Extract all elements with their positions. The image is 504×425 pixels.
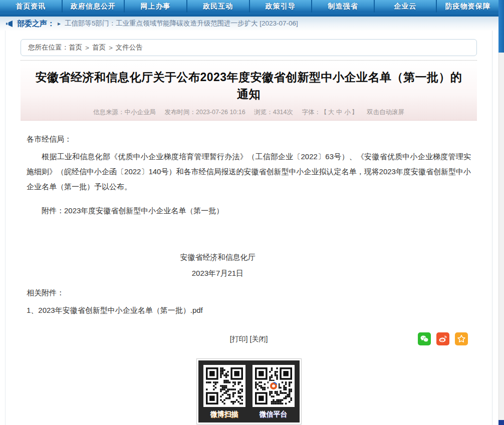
attachment-mention: 附件：2023年度安徽省创新型中小企业名单（第一批） xyxy=(27,206,471,216)
action-row: [打印] [关闭] xyxy=(21,332,477,346)
weibo-qr-column: 微博扫描 xyxy=(203,365,245,422)
speaker-icon xyxy=(6,21,13,27)
nav-item-manufacturing-province[interactable]: 制造强省 xyxy=(312,0,375,13)
meta-font-label-end: 】 xyxy=(352,109,358,116)
breadcrumb: 您所在位置： 首页 > 首页 > 文件公告 xyxy=(21,39,477,56)
nav-bottom-strip xyxy=(0,13,498,17)
wechat-qr-column: 微信平台 xyxy=(253,365,295,422)
breadcrumb-prefix: 您所在位置： xyxy=(28,43,69,52)
nav-item-online-services[interactable]: 网上办事 xyxy=(125,0,187,13)
meta-published: 发布时间：2023-07-26 10:16 xyxy=(165,109,245,116)
wechat-icon xyxy=(419,334,429,344)
nav-item-home-news[interactable]: 首页资讯 xyxy=(0,0,63,13)
close-button[interactable]: [关闭] xyxy=(250,335,268,344)
news-ticker-bar: 部委之声： ▸ 工信部等5部门：工业重点领域节能降碳改造升级范围进一步扩大 [2… xyxy=(0,17,498,31)
nav-item-public-interaction[interactable]: 政民互动 xyxy=(187,0,250,13)
weibo-qr-label: 微博扫描 xyxy=(210,410,238,419)
weibo-qr-code xyxy=(203,365,245,407)
font-size-large-button[interactable]: 大 xyxy=(328,109,334,116)
signer-name: 安徽省经济和信息化厅 xyxy=(27,253,409,262)
article-meta: 信息来源：中小企业局 发布时间：2023-07-26 10:16 浏览：4314… xyxy=(34,108,464,117)
article-header: 安徽省经济和信息化厅关于公布2023年度安徽省创新型中小企业名单（第一批）的通知… xyxy=(21,63,477,121)
qr-panel-inner: 微博扫描 微信平台 xyxy=(198,360,300,422)
nav-item-epidemic-supplies[interactable]: 防疫物资保障 xyxy=(437,0,498,13)
font-size-medium-button[interactable]: 中 xyxy=(336,109,343,116)
weibo-share-button[interactable] xyxy=(436,332,449,345)
meta-autoscroll-hint: 双击自动滚屏 xyxy=(367,109,404,116)
article-body: 各市经信局： 根据工业和信息化部《优质中小企业梯度培育管理暂行办法》（工信部企业… xyxy=(21,135,477,315)
nav-item-policy-guidance[interactable]: 政策引导 xyxy=(250,0,313,13)
font-size-small-button[interactable]: 小 xyxy=(344,109,351,116)
breadcrumb-home-link[interactable]: 首页 xyxy=(69,43,82,52)
breadcrumb-separator: > xyxy=(109,44,113,52)
wechat-qr-center-logo xyxy=(269,381,279,391)
breadcrumb-file-notice-link[interactable]: 文件公告 xyxy=(116,43,143,52)
scrollbar-down-button[interactable] xyxy=(498,420,504,425)
meta-font-label: 字体：【 xyxy=(302,109,327,116)
qr-code-panel: 微博扫描 微信平台 xyxy=(196,358,302,424)
body-paragraph: 根据工业和信息化部《优质中小企业梯度培育管理暂行办法》（工信部企业〔2022〕6… xyxy=(27,149,471,194)
ticker-news-link[interactable]: 工信部等5部门：工业重点领域节能降碳改造升级范围进一步扩大 [2023-07-0… xyxy=(65,19,298,28)
scrollbar-thumb[interactable] xyxy=(498,0,504,53)
ticker-title: 部委之声： xyxy=(17,19,55,29)
page-title: 安徽省经济和信息化厅关于公布2023年度安徽省创新型中小企业名单（第一批）的通知 xyxy=(34,69,464,103)
star-icon xyxy=(456,334,466,344)
wechat-share-button[interactable] xyxy=(418,332,431,345)
related-pdf-link[interactable]: 1、2023年安徽省创新型中小企业名单（第一批）.pdf xyxy=(27,306,471,315)
salutation: 各市经信局： xyxy=(27,135,471,144)
weibo-icon xyxy=(438,334,448,344)
page-container: 您所在位置： 首页 > 首页 > 文件公告 安徽省经济和信息化厅关于公布2023… xyxy=(5,31,492,425)
breadcrumb-separator: > xyxy=(85,44,89,52)
nav-item-enterprise-cloud[interactable]: 企业云 xyxy=(375,0,437,13)
dotted-divider xyxy=(21,60,477,61)
top-navigation: 首页资讯 政府信息公开 网上办事 政民互动 政策引导 制造强省 企业云 防疫物资… xyxy=(0,0,498,13)
related-attachments-label: 相关附件： xyxy=(27,288,471,298)
print-button[interactable]: [打印] xyxy=(230,335,248,344)
chevron-right-icon: ▸ xyxy=(58,20,61,27)
wechat-qr-code xyxy=(253,365,295,407)
meta-views: 浏览：4314次 xyxy=(254,109,293,116)
signature-date: 2023年7月21日 xyxy=(27,269,409,278)
gear-logo-icon xyxy=(269,367,279,404)
breadcrumb-home2-link[interactable]: 首页 xyxy=(92,43,106,52)
wechat-qr-label: 微信平台 xyxy=(260,410,288,419)
meta-source: 信息来源：中小企业局 xyxy=(93,109,156,116)
nav-item-gov-info[interactable]: 政府信息公开 xyxy=(63,0,125,13)
vertical-scrollbar-track[interactable] xyxy=(498,0,504,425)
share-buttons xyxy=(418,332,468,345)
signature-block: 安徽省经济和信息化厅 2023年7月21日 xyxy=(27,253,409,278)
favorite-share-button[interactable] xyxy=(455,332,468,345)
